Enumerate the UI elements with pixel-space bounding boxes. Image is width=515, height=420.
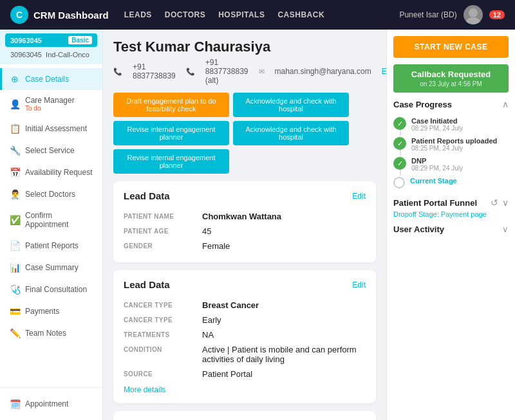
row-value: Patient Portal: [202, 369, 252, 379]
select-service-icon: 🔧: [10, 145, 20, 156]
action-btn-4[interactable]: Revise internal engagement planner: [113, 149, 229, 174]
sidebar-item-label: Care Manager: [25, 96, 75, 105]
progress-label: Current Stage: [410, 177, 509, 185]
secondary-case-id[interactable]: 30963045 Ind-Call-Onco: [5, 49, 97, 60]
patient-phone: +91 8837738839: [133, 62, 176, 80]
progress-time: 08:29 PM, 24 July: [411, 165, 509, 172]
svg-point-1: [466, 17, 480, 24]
patient-contact: 📞 +91 8837738839 📞 +91 8837738839 (alt) …: [113, 58, 376, 85]
sidebar-item-label: Payments: [25, 307, 59, 316]
row-label: CONDITION: [124, 345, 194, 353]
lead-data-1-edit[interactable]: Edit: [352, 192, 366, 201]
sidebar-item-case-details[interactable]: ⊕ Case Details: [0, 68, 102, 90]
progress-text: Case Initiated 08:29 PM, 24 July: [411, 117, 509, 132]
funnel-refresh-icon[interactable]: ↺: [491, 197, 498, 208]
sidebar-navigation: ⊕ Case Details 👤 Care Manager To do 📋 In…: [0, 64, 102, 387]
appointment-icon: 🗓️: [10, 399, 20, 409]
sidebar-item-availability-request[interactable]: 📅 Availability Request: [0, 161, 102, 183]
sidebar-item-label: Case Details: [25, 75, 69, 84]
nav-doctors[interactable]: DOCTORS: [165, 10, 205, 19]
svg-point-0: [469, 8, 478, 17]
sidebar-item-payments[interactable]: 💳 Payments: [0, 300, 102, 322]
nav-cashback[interactable]: CASHBACK: [277, 10, 324, 19]
patient-header: Test Kumar Chaurasiya 📞 +91 8837738839 📞…: [113, 39, 376, 85]
lead-data-1-table: PATIENT NAME Chomkwan Wattana PATIENT AG…: [124, 209, 366, 253]
case-progress-toggle[interactable]: ∧: [502, 99, 509, 109]
row-value: 45: [202, 226, 211, 236]
funnel-header: Patient Portal Funnel ↺ ∨: [393, 197, 509, 208]
sidebar-item-select-doctors[interactable]: 👨‍⚕️ Select Doctors: [0, 183, 102, 205]
action-btn-1[interactable]: Acknowledge and check with hospital: [233, 93, 349, 117]
sidebar-item-label: Select Doctors: [25, 190, 75, 199]
row-value: NA: [202, 330, 214, 340]
activity-title: User Activity: [393, 224, 444, 234]
sidebar-item-label: Initial Assessment: [25, 124, 87, 133]
patient-email: mahan.singh@haryana.com: [275, 67, 371, 76]
progress-item: ✓ Case Initiated 08:29 PM, 24 July: [393, 114, 509, 134]
callback-requested-section[interactable]: Callback Requested on 23 July at 4:56 PM: [393, 64, 509, 93]
sidebar-item-team-notes[interactable]: ✏️ Team Notes: [0, 322, 102, 344]
progress-dot-current: [393, 177, 405, 188]
top-navigation: C CRM Dashboard LEADS DOCTORS HOSPITALS …: [0, 0, 515, 30]
table-row: PATIENT AGE 45: [124, 224, 366, 239]
sidebar-item-care-manager[interactable]: 👤 Care Manager To do: [0, 90, 102, 118]
sidebar-item-final-consultation[interactable]: 🩺 Final Consultation: [0, 278, 102, 300]
row-value: Chomkwan Wattana: [202, 212, 281, 221]
sidebar-item-case-summary[interactable]: 📊 Case Summary: [0, 257, 102, 278]
more-details-link[interactable]: More details: [124, 385, 165, 394]
nav-leads[interactable]: LEADS: [124, 10, 152, 19]
top-nav-links: LEADS DOCTORS HOSPITALS CASHBACK: [124, 10, 384, 19]
initial-assessment-icon: 📋: [10, 123, 20, 134]
funnel-expand-icon[interactable]: ∨: [502, 197, 509, 208]
select-doctors-icon: 👨‍⚕️: [10, 189, 20, 199]
active-case-id[interactable]: 30963045 Basic: [5, 33, 97, 47]
row-value: Female: [202, 241, 230, 251]
logo[interactable]: C CRM Dashboard: [10, 6, 109, 24]
funnel-dropoff-value: Payment page: [441, 210, 487, 218]
lead-data-2-edit[interactable]: Edit: [352, 280, 366, 289]
progress-label: Patient Reports uploaded: [411, 137, 509, 145]
action-btn-0[interactable]: Draft engagement plan to do feasibility …: [113, 93, 229, 117]
row-label: PATIENT AGE: [124, 226, 194, 235]
lead-data-card-1: Lead Data Edit PATIENT NAME Chomkwan Wat…: [113, 181, 376, 262]
sidebar-item-appointment[interactable]: 🗓️ Appointment: [0, 393, 102, 415]
case-progress-section: Case Progress ∧ ✓ Case Initiated 08:29 P…: [393, 99, 509, 191]
patient-portal-funnel-section: Patient Portal Funnel ↺ ∨ Dropoff Stage:…: [393, 197, 509, 218]
sidebar-item-select-service[interactable]: 🔧 Select Service: [0, 140, 102, 161]
sidebar-bottom: 🗓️ Appointment: [0, 387, 102, 420]
activity-expand-icon[interactable]: ∨: [502, 224, 509, 234]
progress-label: Case Initiated: [411, 117, 509, 125]
lead-data-1-title: Lead Data: [124, 190, 170, 201]
sidebar-item-confirm-appointment[interactable]: ✅ Confirm Appointment: [0, 205, 102, 235]
callback-title: Callback Requested: [400, 69, 502, 79]
sidebar: 30963045 Basic 30963045 Ind-Call-Onco ⊕ …: [0, 30, 103, 420]
row-value: Active | Patient is mobile and can perfo…: [202, 345, 366, 364]
progress-text: Current Stage: [410, 177, 509, 185]
main-content: Test Kumar Chaurasiya 📞 +91 8837738839 📞…: [103, 30, 386, 420]
logo-icon: C: [10, 6, 28, 24]
start-new-case-button[interactable]: START NEW CASE: [393, 36, 509, 58]
table-row: GENDER Female: [124, 239, 366, 253]
sidebar-item-label: Team Notes: [25, 329, 66, 338]
case-progress-title: Case Progress: [393, 100, 452, 109]
row-label: SOURCE: [124, 369, 194, 378]
patient-edit-link[interactable]: Edit: [382, 67, 386, 76]
care-manager-icon: 👤: [10, 99, 20, 109]
nav-hospitals[interactable]: HOSPITALS: [218, 10, 265, 19]
sidebar-item-label: Confirm Appointment: [25, 211, 95, 229]
sidebar-item-label: Availability Request: [25, 168, 93, 177]
team-notes-icon: ✏️: [10, 328, 20, 338]
case-progress-header: Case Progress ∧: [393, 99, 509, 109]
notification-badge[interactable]: 12: [489, 10, 505, 19]
availability-request-icon: 📅: [10, 167, 20, 178]
sidebar-item-patient-reports[interactable]: 📄 Patient Reports: [0, 235, 102, 257]
progress-item-current: Current Stage: [393, 174, 509, 191]
action-btn-2[interactable]: Revise internal engagement planner: [113, 121, 229, 145]
sidebar-item-initial-assessment[interactable]: 📋 Initial Assessment: [0, 118, 102, 140]
logo-text: CRM Dashboard: [33, 10, 109, 21]
lead-data-1-header: Lead Data Edit: [124, 190, 366, 201]
avatar[interactable]: [464, 5, 483, 24]
sidebar-item-label: Appointment: [25, 399, 68, 408]
action-btn-3[interactable]: Acknowledge and check with hospital: [233, 121, 349, 145]
row-value: Early: [202, 315, 221, 325]
